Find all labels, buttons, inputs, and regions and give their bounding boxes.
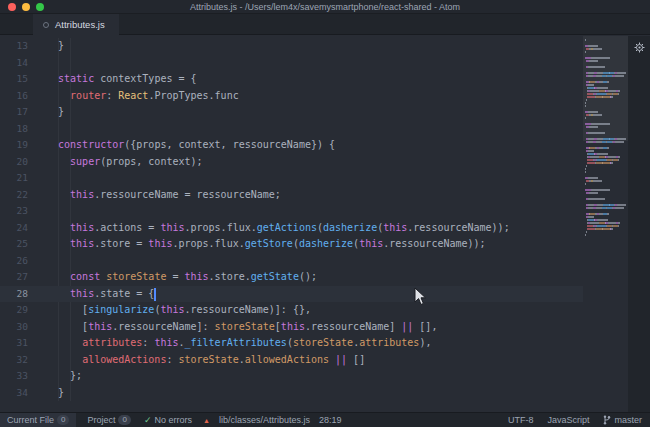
code-line-29[interactable]: [singularize(this.ressourceName)]: {}, (38, 302, 583, 319)
code-token: const (46, 271, 100, 282)
code-line-21[interactable] (38, 170, 583, 187)
code-token: .state = { (94, 288, 154, 299)
minimap-line (584, 144, 628, 146)
encoding-indicator[interactable]: UTF-8 (508, 415, 534, 425)
code-token: allowedActions (82, 354, 166, 365)
minimap-line (584, 141, 628, 143)
code-line-31[interactable]: attributes: this._filterAttributes(store… (38, 335, 583, 352)
editor-pane[interactable]: 1314151617181920212223242526272829303132… (0, 36, 650, 412)
linter-project-toggle[interactable]: Project 0 (85, 415, 132, 425)
code-line-25[interactable]: this.store = this.props.flux.getStore(da… (38, 236, 583, 253)
minimap-line (584, 192, 628, 194)
line-number: 25 (0, 236, 38, 253)
file-path[interactable]: lib/classes/Attributes.js (219, 415, 310, 425)
code-token: storeState (178, 354, 238, 365)
minimap-token (585, 171, 586, 173)
zoom-window-button[interactable] (36, 3, 44, 11)
code-line-15[interactable]: static contextTypes = { (38, 71, 583, 88)
minimap-token (586, 165, 587, 167)
cursor-position[interactable]: 28:19 (319, 415, 342, 425)
text-cursor (154, 288, 156, 301)
minimap-token (586, 99, 587, 101)
code-line-13[interactable]: } (38, 38, 583, 55)
traffic-lights (8, 3, 44, 11)
right-panel-strip (628, 36, 650, 412)
line-number: 27 (0, 269, 38, 286)
code-line-27[interactable]: const storeState = this.store.getState()… (38, 269, 583, 286)
code-line-19[interactable]: constructor({props, context, ressourceNa… (38, 137, 583, 154)
linter-current-file-toggle[interactable]: Current File 0 (0, 413, 76, 427)
minimap-token (585, 183, 586, 185)
minimap-line (584, 153, 628, 155)
code-token: .store = (94, 238, 148, 249)
code-token: router (70, 90, 106, 101)
minimap-line (584, 159, 628, 161)
code-token: storeState (215, 321, 275, 332)
minimap[interactable] (583, 36, 628, 412)
minimize-window-button[interactable] (22, 3, 30, 11)
code-token: storeState (293, 337, 353, 348)
line-number: 22 (0, 187, 38, 204)
minimap-token (589, 60, 598, 62)
code-lines[interactable]: } static contextTypes = { router: React.… (38, 36, 583, 412)
line-number: 18 (0, 121, 38, 138)
code-line-24[interactable]: this.actions = this.props.flux.getAction… (38, 220, 583, 237)
code-token: .ressourceName)]: {}, (185, 304, 311, 315)
code-token: }; (46, 370, 82, 381)
code-line-33[interactable]: }; (38, 368, 583, 385)
code-token: : (106, 90, 118, 101)
code-line-14[interactable] (38, 55, 583, 72)
minimap-token (618, 225, 619, 227)
minimap-token (588, 132, 605, 134)
minimap-token (593, 114, 601, 116)
code-line-28[interactable]: this.state = { (38, 286, 583, 303)
code-line-20[interactable]: super(props, context); (38, 154, 583, 171)
line-number: 29 (0, 302, 38, 319)
minimap-token (617, 72, 626, 74)
code-line-22[interactable]: this.ressourceName = ressourceName; (38, 187, 583, 204)
minimap-line (584, 183, 628, 185)
minimap-token (615, 75, 624, 77)
language-indicator[interactable]: JavaScript (547, 415, 589, 425)
code-line-30[interactable]: [this.ressourceName]: storeState[this.re… (38, 319, 583, 336)
code-line-17[interactable]: } (38, 104, 583, 121)
minimap-line (584, 72, 628, 74)
git-branch[interactable]: master (603, 415, 642, 425)
linter-status[interactable]: ✓ No errors (142, 415, 194, 425)
code-line-16[interactable]: router: React.PropTypes.func (38, 88, 583, 105)
minimap-token (596, 141, 603, 143)
code-token: this (46, 238, 94, 249)
code-line-23[interactable] (38, 203, 583, 220)
tab-attributes-js[interactable]: Attributes.js (33, 14, 119, 35)
code-token: this (88, 321, 112, 332)
minimap-token (602, 228, 610, 230)
minimap-line (584, 147, 628, 149)
code-token: } (46, 106, 64, 117)
code-line-26[interactable] (38, 253, 583, 270)
code-token: this (185, 271, 209, 282)
minimap-token (597, 93, 606, 95)
tab-modified-indicator-icon[interactable] (43, 22, 49, 28)
code-line-32[interactable]: allowedActions: storeState.allowedAction… (38, 352, 583, 369)
code-line-18[interactable] (38, 121, 583, 138)
code-line-34[interactable]: } (38, 385, 583, 402)
code-token: getStore (245, 238, 293, 249)
code-token: allowedActions (245, 354, 329, 365)
minimap-token (615, 207, 624, 209)
minimap-token (588, 177, 597, 179)
minimap-token (587, 162, 595, 164)
minimap-line (584, 171, 628, 173)
code-token: .ressourceName = ressourceName; (94, 189, 281, 200)
minimap-token (608, 222, 617, 224)
code-token: super (46, 156, 100, 167)
warning-triangle-icon[interactable]: ▲ (203, 417, 210, 424)
code-token: || (401, 321, 413, 332)
close-window-button[interactable] (8, 3, 16, 11)
minimap-token (585, 39, 586, 41)
settings-gear-icon[interactable] (634, 42, 645, 53)
minimap-token (618, 90, 620, 92)
minimap-token (591, 123, 610, 125)
minimap-token (596, 207, 603, 209)
minimap-line (584, 138, 628, 140)
minimap-line (584, 186, 628, 188)
